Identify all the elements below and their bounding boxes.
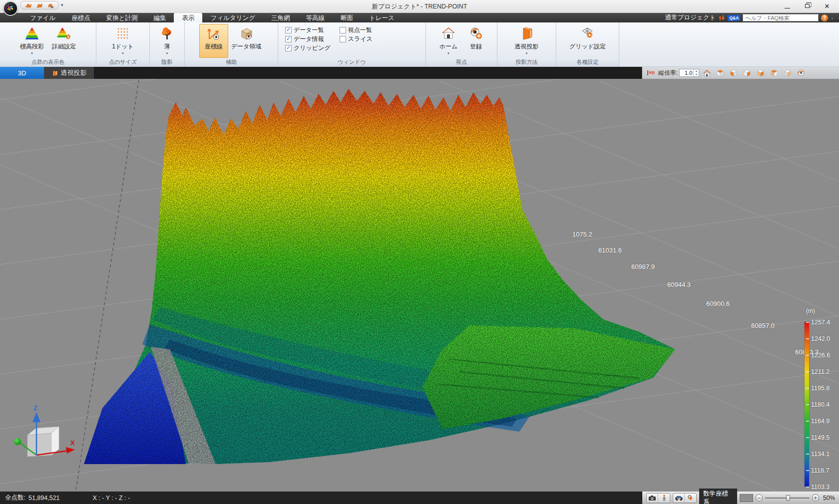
- home-view-icon-button[interactable]: [701, 68, 713, 78]
- grid-coordinate-label: 60857.0: [751, 322, 775, 329]
- legend-value: 1164.9: [811, 418, 830, 425]
- help-icon[interactable]: ?: [821, 14, 828, 21]
- terrain-point-cloud: [75, 82, 699, 477]
- legend-row: 1164.9: [811, 418, 830, 424]
- coordinate-system-selector[interactable]: 数学座標系: [699, 489, 737, 504]
- cube-left-icon: [743, 69, 751, 77]
- menu-tab[interactable]: 座標点: [63, 13, 98, 22]
- checkbox-item[interactable]: クリッピング: [285, 44, 331, 51]
- zoom-percent-label: 50%: [823, 495, 835, 502]
- snapshot-tool-group: [646, 493, 670, 503]
- orbit-view-button[interactable]: [795, 68, 807, 78]
- checkbox-item[interactable]: 視点一覧: [340, 26, 373, 33]
- help-chevron-icon[interactable]: ⌄: [831, 15, 834, 20]
- camera-button[interactable]: [647, 494, 658, 503]
- qa-badge-icon[interactable]: Q&A: [728, 15, 740, 21]
- group-window: データ一覧 データ情報 クリッピング: [278, 22, 426, 66]
- tab-3d[interactable]: 3D: [0, 67, 44, 79]
- group-viewpoint: ホーム ▼ 登録 視点: [426, 22, 497, 66]
- updown-arrows-icon[interactable]: [718, 14, 725, 21]
- zoom-slider[interactable]: [765, 498, 809, 499]
- help-search-input[interactable]: [743, 14, 819, 21]
- spin-down-icon[interactable]: ▼: [694, 73, 699, 76]
- walkthrough-button[interactable]: [658, 494, 670, 503]
- hand-arrow-icon: [35, 2, 43, 8]
- group-point-display-color: 標高段彩 ▼ 詳細設定 点群の表示色: [0, 22, 96, 66]
- z-axis-label: Z: [33, 404, 37, 412]
- perspective-projection-button[interactable]: 透視投影 ▼: [509, 24, 545, 58]
- drive-tool-group: AUTO: [673, 493, 697, 503]
- legend-value: 1257.4: [811, 319, 830, 326]
- vertical-scale-spinner[interactable]: 1.0 ▲▼: [679, 69, 699, 77]
- view-cube-front-button[interactable]: [728, 68, 740, 78]
- close-button[interactable]: ✕: [817, 0, 837, 12]
- restore-button[interactable]: [797, 0, 817, 12]
- walking-person-icon: [661, 495, 668, 502]
- menu-tab[interactable]: フィルタリング: [202, 13, 263, 22]
- view-cube-top-button[interactable]: [714, 68, 726, 78]
- legend-value: 1180.4: [811, 401, 830, 408]
- legend-row: 1257.4: [811, 319, 830, 325]
- group-label: 補助: [185, 58, 278, 66]
- viewport-3d[interactable]: X Z 1075.2 61031.6 60987.9 60944.3 60900…: [0, 79, 839, 492]
- detail-settings-button[interactable]: 詳細設定: [48, 24, 79, 58]
- view-cube-right-button[interactable]: [755, 68, 767, 78]
- spin-up-icon[interactable]: ▲: [694, 69, 699, 73]
- checkbox-item[interactable]: データ一覧: [285, 26, 331, 33]
- view-cube-left-button[interactable]: [741, 68, 753, 78]
- menu-tab[interactable]: 断面: [333, 13, 361, 22]
- zoom-in-button[interactable]: +: [812, 494, 819, 502]
- legend-row: 1211.2: [811, 368, 830, 375]
- app-logo-icon: [7, 5, 14, 12]
- quick-access-tool-1[interactable]: [23, 2, 33, 8]
- axis-triad: X Z: [14, 404, 75, 457]
- dropdown-arrow-icon: ▼: [30, 52, 33, 55]
- checkbox-icon: [340, 36, 346, 42]
- cube-eye-icon: [239, 26, 254, 41]
- coordinate-lines-button[interactable]: 座標線: [199, 24, 228, 58]
- zoom-out-button[interactable]: −: [756, 494, 763, 502]
- checkbox-item[interactable]: データ情報: [285, 35, 331, 42]
- legend-row: 1134.1: [811, 451, 830, 457]
- menu-tab[interactable]: 編集: [145, 13, 174, 22]
- elevation-tint-button[interactable]: 標高段彩 ▼: [16, 24, 47, 58]
- menu-tab[interactable]: 等高線: [298, 13, 333, 22]
- checkbox-item[interactable]: スライス: [340, 35, 373, 42]
- data-region-button[interactable]: データ領域: [229, 24, 263, 58]
- tab-perspective[interactable]: 透視投影: [44, 67, 94, 79]
- quick-access-tool-2[interactable]: [34, 2, 44, 8]
- home-view-button[interactable]: ホーム ▼: [434, 24, 462, 58]
- view-cube-bottom-button[interactable]: [782, 68, 794, 78]
- grid-settings-button[interactable]: グリッド設定: [568, 24, 608, 58]
- thin-shading-button[interactable]: 薄 ▼: [153, 24, 181, 58]
- zoom-slider-thumb[interactable]: [786, 495, 790, 501]
- minimize-button[interactable]: [777, 0, 797, 12]
- checkbox-label: クリッピング: [294, 44, 331, 52]
- customize-toolbar-chevron-icon[interactable]: ▾: [61, 2, 63, 7]
- eye-plus-icon: [468, 26, 483, 41]
- elevation-legend: (m) 1257.4 1242.0 1226: [798, 307, 838, 492]
- coordinate-system-swatch[interactable]: [740, 494, 753, 502]
- window-checkbox-col2: 視点一覧 スライス: [340, 24, 373, 42]
- spinner-arrows[interactable]: ▲▼: [693, 69, 699, 76]
- one-dot-button[interactable]: 1ドット ▼: [107, 24, 138, 58]
- drive-settings-button[interactable]: [685, 494, 696, 503]
- cube-icon: [51, 70, 58, 76]
- dropdown-arrow-icon: ▼: [121, 52, 124, 55]
- legend-value: 1211.2: [811, 368, 830, 375]
- cube-back-icon: [770, 69, 778, 77]
- checkbox-icon: [340, 27, 346, 33]
- legend-value: 1149.5: [811, 434, 830, 441]
- minimize-icon: [785, 8, 790, 8]
- view-cube-back-button[interactable]: [768, 68, 780, 78]
- menu-tab[interactable]: 変換と計測: [98, 13, 146, 22]
- auto-drive-button[interactable]: AUTO: [673, 494, 685, 503]
- group-shading: 薄 ▼ 陰影: [150, 22, 185, 66]
- vertical-scale-value: 1.0: [680, 70, 693, 76]
- quick-access-tool-3[interactable]: [45, 2, 55, 8]
- application-button[interactable]: [3, 1, 18, 16]
- menu-tab[interactable]: 三角網: [263, 13, 298, 22]
- register-view-button[interactable]: 登録: [463, 24, 488, 58]
- menu-tab[interactable]: 表示: [174, 13, 202, 22]
- menu-tab[interactable]: トレース: [361, 13, 403, 22]
